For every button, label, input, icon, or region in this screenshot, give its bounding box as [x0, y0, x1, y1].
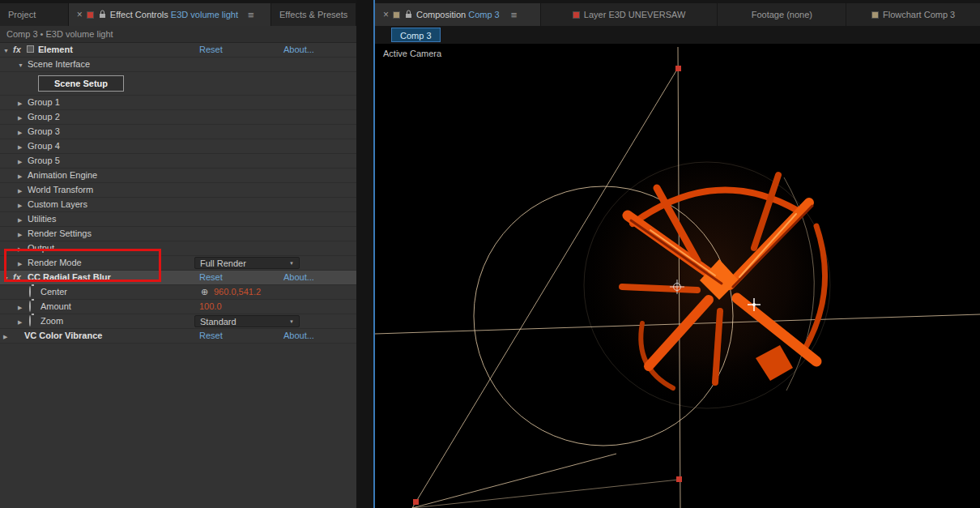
panel-swatch-icon: [393, 11, 400, 19]
render-mode-value: Full Render: [200, 258, 246, 268]
param-value[interactable]: 960.0,541.2: [214, 285, 261, 299]
section-row[interactable]: Render Settings: [0, 227, 356, 241]
effect-header-vc-color-vibrance[interactable]: VC Color Vibrance Reset About...: [0, 329, 356, 344]
effect-name: VC Color Vibrance: [24, 329, 102, 343]
section-label: World Transform: [28, 183, 93, 197]
group-row[interactable]: Group 1: [0, 96, 356, 110]
effect-controls-panel: Project × Effect Controls E3D volume lig…: [0, 0, 356, 508]
render-mode-row[interactable]: Render Mode Full Render: [0, 256, 356, 271]
group-label: Group 3: [28, 125, 60, 139]
scene-setup-button[interactable]: Scene Setup: [38, 75, 124, 92]
tab-footage-label: Footage: [752, 10, 784, 19]
comp-mini-tab[interactable]: Comp 3: [391, 28, 441, 42]
reset-link[interactable]: Reset: [199, 43, 223, 57]
tab-effect-controls[interactable]: × Effect Controls E3D volume light ≡: [69, 3, 271, 26]
composition-panel: × Composition Comp 3 ≡ Layer E3D UNEVERS…: [373, 0, 980, 508]
render-mode-label: Render Mode: [28, 256, 82, 270]
close-icon[interactable]: ×: [383, 9, 389, 20]
tab-project[interactable]: Project: [0, 3, 68, 26]
section-row[interactable]: Animation Engine: [0, 169, 356, 183]
scene-interface-label: Scene Interface: [28, 58, 90, 71]
close-icon[interactable]: ×: [77, 9, 83, 20]
lock-icon[interactable]: [405, 10, 412, 20]
flowchart-swatch-icon: [871, 11, 879, 19]
about-link[interactable]: About...: [283, 329, 314, 343]
tab-flowchart-label: Flowchart: [883, 10, 922, 19]
tab-layer[interactable]: Layer E3D UNEVERSAW: [541, 3, 718, 26]
fx-badge-icon[interactable]: fx: [13, 43, 21, 57]
chevron-down-icon: [289, 316, 294, 328]
about-link[interactable]: About...: [283, 271, 314, 284]
group-row[interactable]: Group 4: [0, 139, 356, 154]
stopwatch-icon[interactable]: [29, 301, 31, 312]
expand-arrow-icon[interactable]: [3, 329, 7, 343]
expand-arrow-icon[interactable]: [18, 96, 22, 109]
expand-arrow-icon[interactable]: [18, 212, 22, 226]
effect-name: CC Radial Fast Blur: [28, 271, 111, 284]
point-picker-icon[interactable]: [201, 285, 208, 299]
reset-link[interactable]: Reset: [199, 329, 223, 343]
group-row[interactable]: Group 2: [0, 110, 356, 125]
about-link[interactable]: About...: [283, 43, 314, 57]
tab-effects-presets-label: Effects & Presets: [279, 10, 347, 19]
section-label: Custom Layers: [28, 198, 87, 211]
expand-arrow-icon[interactable]: [18, 241, 22, 255]
collapse-arrow-icon[interactable]: [3, 43, 9, 57]
zoom-dropdown[interactable]: Standard: [194, 315, 300, 327]
group-row[interactable]: Group 5: [0, 154, 356, 169]
expand-arrow-icon[interactable]: [18, 314, 22, 328]
lock-icon[interactable]: [99, 10, 106, 20]
layer-swatch-icon: [573, 11, 580, 19]
expand-arrow-icon[interactable]: [18, 125, 22, 139]
tab-effect-controls-label: Effect Controls: [110, 10, 168, 19]
group-label: Group 4: [28, 139, 60, 153]
tab-composition[interactable]: × Composition Comp 3 ≡: [375, 3, 540, 26]
collapse-arrow-icon[interactable]: [18, 58, 23, 71]
expand-arrow-icon[interactable]: [18, 198, 22, 211]
group-scene-interface[interactable]: Scene Interface: [0, 58, 356, 72]
param-value[interactable]: 100.0: [199, 300, 222, 314]
collapse-arrow-icon[interactable]: [3, 271, 9, 284]
tab-effect-controls-target: E3D volume light: [171, 10, 238, 19]
expand-arrow-icon[interactable]: [18, 154, 22, 168]
effect-header-element[interactable]: fx Element Reset About...: [0, 43, 356, 58]
view-label: Active Camera: [383, 49, 441, 58]
scene-render: [375, 44, 980, 508]
reset-link[interactable]: Reset: [199, 271, 223, 284]
tab-footage[interactable]: Footage (none): [718, 3, 846, 26]
tab-flowchart[interactable]: Flowchart Comp 3: [846, 3, 980, 26]
stopwatch-icon[interactable]: [29, 286, 31, 297]
fx-badge-icon[interactable]: fx: [13, 271, 21, 284]
tab-flowchart-target: Comp 3: [924, 10, 956, 19]
panel-menu-icon[interactable]: ≡: [248, 9, 254, 21]
tab-effects-presets[interactable]: Effects & Presets: [271, 3, 356, 26]
render-mode-dropdown[interactable]: Full Render: [194, 257, 300, 269]
expand-arrow-icon[interactable]: [18, 256, 22, 270]
param-row-zoom[interactable]: Zoom Standard: [0, 314, 356, 329]
expand-arrow-icon[interactable]: [18, 227, 22, 241]
expand-arrow-icon[interactable]: [18, 169, 22, 182]
effect-rows: fx Element Reset About... Scene Interfac…: [0, 43, 356, 508]
section-label: Animation Engine: [28, 169, 97, 182]
section-row[interactable]: Utilities: [0, 212, 356, 227]
param-row-center[interactable]: Center 960.0,541.2: [0, 285, 356, 300]
effect-header-cc-radial-fast-blur[interactable]: fx CC Radial Fast Blur Reset About...: [0, 271, 356, 285]
tab-composition-label: Composition: [416, 10, 466, 19]
param-row-amount[interactable]: Amount 100.0: [0, 300, 356, 314]
group-label: Group 2: [28, 110, 60, 124]
group-row[interactable]: Group 3: [0, 125, 356, 139]
section-row[interactable]: World Transform: [0, 183, 356, 198]
expand-arrow-icon[interactable]: [18, 139, 22, 153]
tab-layer-label: Layer: [584, 10, 607, 19]
composition-viewport[interactable]: Active Camera: [375, 44, 980, 508]
group-label: Group 1: [28, 96, 60, 109]
expand-arrow-icon[interactable]: [18, 300, 22, 314]
expand-arrow-icon[interactable]: [18, 110, 22, 124]
section-row[interactable]: Output: [0, 241, 356, 256]
stopwatch-icon[interactable]: [29, 315, 31, 327]
right-tab-bar: × Composition Comp 3 ≡ Layer E3D UNEVERS…: [375, 0, 980, 26]
breadcrumb: Comp 3 • E3D volume light: [0, 26, 356, 43]
expand-arrow-icon[interactable]: [18, 183, 22, 197]
section-row[interactable]: Custom Layers: [0, 198, 356, 212]
panel-menu-icon[interactable]: ≡: [511, 9, 518, 21]
